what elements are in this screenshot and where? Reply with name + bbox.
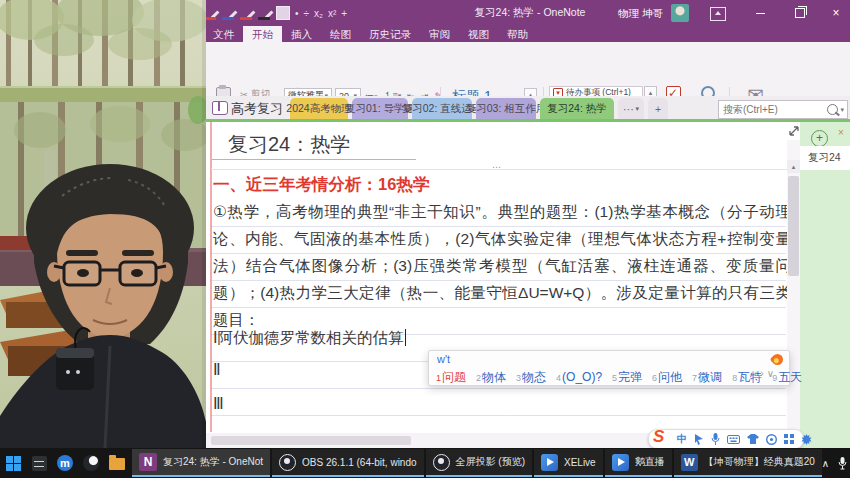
qat-customize-icon[interactable]: + — [341, 8, 347, 19]
favorite-pen-icon[interactable] — [240, 7, 253, 20]
ime-language-icon[interactable]: 中 — [677, 432, 687, 446]
outline-border — [211, 169, 788, 170]
highlighter-color-swatch[interactable] — [276, 6, 290, 20]
quick-access-toolbar: • ÷ x₂ x² + — [204, 4, 347, 22]
equation-divide-icon[interactable]: ÷ — [304, 8, 310, 19]
section-heading[interactable]: 一、近三年考情分析：16热学 — [213, 174, 429, 196]
word-icon: W — [681, 454, 698, 471]
tab-history[interactable]: 历史记录 — [360, 26, 420, 42]
taskbar-task-word[interactable]: W 【坤哥物理】经典真题20 — [674, 449, 822, 477]
xelive-icon — [541, 454, 558, 471]
start-button[interactable] — [0, 449, 26, 477]
taskbar-file-explorer-icon[interactable] — [104, 449, 130, 477]
section-more-tab[interactable]: ⋯▾ — [618, 98, 644, 119]
ime-candidate[interactable]: 6问他 — [652, 367, 682, 386]
system-tray: ∧ 中 S — [822, 456, 850, 471]
minimize-button[interactable] — [744, 0, 776, 26]
tab-help[interactable]: 帮助 — [498, 26, 537, 42]
new-section-tab[interactable]: + — [648, 98, 668, 119]
vertical-scroll-thumb[interactable] — [788, 176, 799, 276]
close-icon: × — [832, 6, 839, 20]
body-paragraph[interactable]: ①热学，高考物理的典型“非主干知识”。典型的题型：(1)热学基本概念（分子动理论… — [213, 198, 791, 333]
ime-keyboard-icon[interactable] — [727, 435, 740, 444]
account-name[interactable]: 物理 坤哥 — [618, 7, 663, 21]
list-item-1[interactable]: Ⅰ阿伏伽德罗常数相关的估算 — [213, 328, 406, 349]
ime-candidate[interactable]: 2物体 — [476, 367, 506, 386]
taskbar-task-obs-preview[interactable]: 全屏投影 (预览) — [426, 449, 532, 477]
taskbar-notes-app-icon[interactable] — [26, 449, 52, 477]
close-button[interactable]: × — [822, 0, 850, 26]
taskbar-task-live[interactable]: 鹅直播 — [605, 449, 672, 477]
ime-composition: w't — [437, 353, 450, 365]
section-tab-03[interactable]: 复习03: 相互作用 — [476, 98, 536, 119]
search-input[interactable] — [719, 104, 827, 115]
fullpage-view-icon[interactable] — [788, 125, 800, 137]
obs-icon — [279, 454, 296, 471]
taskbar: m N 复习24: 热学 - OneNot OBS 26.1.1 (64-bit… — [0, 448, 850, 478]
page-list-item-selected[interactable]: 复习24 — [800, 146, 850, 170]
tray-microphone-icon[interactable] — [838, 457, 847, 470]
search-box[interactable]: ▾ — [718, 100, 848, 119]
tab-insert[interactable]: 插入 — [282, 26, 321, 42]
taskbar-task-obs[interactable]: OBS 26.1.1 (64-bit, windo — [272, 449, 424, 477]
notebook-icon[interactable] — [212, 101, 228, 115]
account-avatar[interactable] — [671, 4, 689, 22]
tab-view[interactable]: 视图 — [459, 26, 498, 42]
restore-icon — [795, 8, 805, 18]
sogou-logo-icon[interactable]: S — [653, 427, 664, 447]
horizontal-scroll-thumb[interactable] — [211, 436, 411, 445]
ime-candidate[interactable]: 3物态 — [516, 367, 546, 386]
search-dropdown-icon[interactable]: ▾ — [840, 106, 844, 114]
taskbar-browser-m-icon[interactable]: m — [52, 449, 78, 477]
page-item-label: 复习24 — [800, 151, 841, 165]
section-tab-2024[interactable]: 2024高考物理 — [290, 98, 348, 119]
bullet-icon[interactable]: • — [295, 8, 299, 19]
ime-candidate[interactable]: 1问题 — [436, 367, 466, 386]
ribbon-display-options-icon[interactable] — [710, 7, 726, 21]
favorite-pen-icon[interactable] — [222, 7, 235, 20]
sogou-flame-icon[interactable] — [770, 352, 786, 368]
ime-candidate[interactable]: 4(O_O)? — [556, 367, 602, 385]
ime-candidate[interactable]: 7微调 — [692, 367, 722, 386]
onenote-icon: N — [139, 453, 157, 471]
ime-skin-icon[interactable] — [747, 434, 759, 444]
tab-review[interactable]: 审阅 — [420, 26, 459, 42]
taskbar-task-xelive[interactable]: XELive — [534, 449, 603, 477]
ime-settings-icon[interactable] — [801, 434, 812, 445]
panel-close-icon[interactable]: × — [838, 127, 844, 138]
live-app-icon — [612, 454, 629, 471]
add-page-button[interactable]: + — [811, 130, 828, 147]
superscript-icon[interactable]: x² — [328, 8, 336, 19]
section-tab-01[interactable]: 复习01: 导学课 — [352, 98, 408, 119]
obs-icon — [433, 454, 450, 471]
section-tab-24-active[interactable]: 复习24: 热学 — [540, 98, 614, 119]
ime-candidate[interactable]: 5完弹 — [612, 367, 642, 386]
tab-home[interactable]: 开始 — [243, 26, 282, 42]
subscript-icon[interactable]: x₂ — [314, 8, 323, 19]
favorite-pen-icon[interactable] — [258, 7, 271, 20]
text-caret — [405, 329, 406, 346]
ime-page-arrows[interactable]: ‹›∨ — [754, 368, 777, 379]
taskbar-browser-swirl-icon[interactable] — [78, 449, 104, 477]
notebook-name[interactable]: 高考复习 — [231, 100, 283, 118]
taskbar-task-onenote[interactable]: N 复习24: 热学 - OneNot — [132, 449, 270, 477]
ime-voice-icon[interactable] — [711, 433, 720, 445]
window-title: 复习24: 热学 - OneNote — [440, 6, 620, 20]
ime-grid-icon[interactable] — [784, 434, 794, 444]
page-title[interactable]: 复习24：热学 — [228, 131, 350, 158]
tray-expand-icon[interactable]: ∧ — [822, 458, 829, 469]
sogou-toolbar[interactable]: S 中 — [648, 429, 804, 449]
scroll-up-icon[interactable]: ▴ — [787, 160, 800, 173]
tab-file[interactable]: 文件 — [204, 26, 243, 42]
section-tab-02[interactable]: 复习02: 直线运动 — [412, 98, 472, 119]
ime-candidate-window: w't 1问题 2物体 3物态 4(O_O)? 5完弹 6问他 7微调 8瓦特 … — [428, 350, 790, 386]
page-canvas[interactable]: 复习24：热学 ⋯ 一、近三年考情分析：16热学 ①热学，高考物理的典型“非主干… — [206, 122, 800, 448]
ime-toolbox-icon[interactable] — [766, 434, 777, 445]
ime-cursor-icon[interactable] — [694, 434, 704, 445]
page-list-panel: + × 复习24 — [800, 122, 850, 448]
restore-button[interactable] — [784, 0, 816, 26]
outline-drag-handle[interactable]: ⋯ — [492, 162, 502, 172]
list-item-3[interactable]: Ⅲ — [213, 395, 224, 413]
tab-draw[interactable]: 绘图 — [321, 26, 360, 42]
list-item-2[interactable]: Ⅱ — [213, 361, 221, 379]
